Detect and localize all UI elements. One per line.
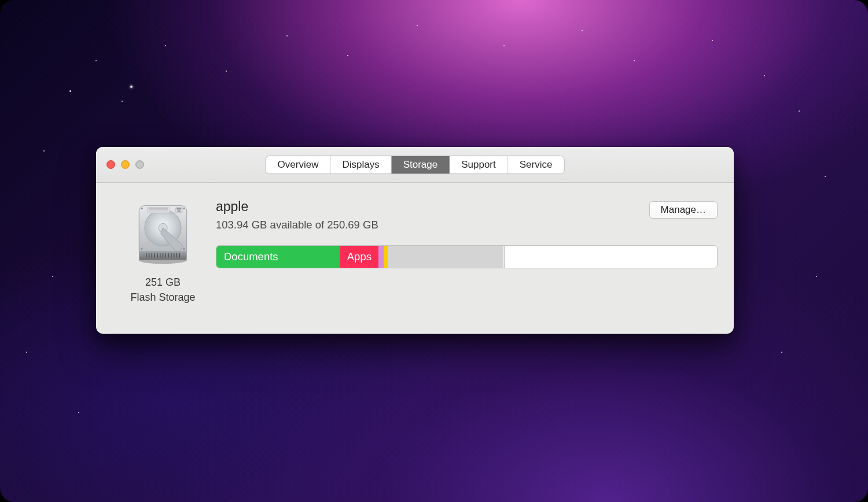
manage-storage-button[interactable]: Manage… bbox=[649, 201, 718, 219]
segment-system[interactable] bbox=[388, 246, 503, 268]
tab-service[interactable]: Service bbox=[508, 156, 564, 174]
segment-label: Apps bbox=[347, 250, 372, 263]
svg-point-26 bbox=[141, 248, 142, 250]
svg-rect-18 bbox=[148, 207, 170, 213]
window-zoom-button-disabled bbox=[135, 160, 144, 169]
segment-label: Documents bbox=[224, 250, 278, 263]
volume-info: apple 103.94 GB available of 250.69 GB M… bbox=[214, 199, 719, 320]
tab-support[interactable]: Support bbox=[450, 156, 508, 174]
window-minimize-button[interactable] bbox=[121, 160, 130, 169]
storage-content: 251 GB Flash Storage apple 103.94 GB ava… bbox=[96, 183, 734, 334]
segment-free bbox=[505, 246, 717, 268]
volume-name: apple bbox=[216, 199, 378, 215]
drive-type: Flash Storage bbox=[130, 291, 195, 303]
tab-overview[interactable]: Overview bbox=[266, 156, 331, 174]
storage-usage-bar[interactable]: Documents Apps bbox=[216, 245, 718, 268]
svg-point-25 bbox=[183, 208, 185, 209]
tab-displays[interactable]: Displays bbox=[330, 156, 391, 174]
segment-other-yellow[interactable] bbox=[384, 246, 388, 268]
internal-drive-icon bbox=[130, 200, 196, 267]
volume-availability: 103.94 GB available of 250.69 GB bbox=[216, 219, 378, 231]
desktop-wallpaper: Overview Displays Storage Support Servic… bbox=[0, 0, 868, 502]
window-tabs: Overview Displays Storage Support Servic… bbox=[266, 156, 565, 174]
drive-label: 251 GB Flash Storage bbox=[130, 275, 195, 305]
segment-documents[interactable]: Documents bbox=[216, 246, 340, 268]
window-close-button[interactable] bbox=[106, 160, 115, 169]
svg-point-24 bbox=[141, 208, 142, 209]
drive-column: 251 GB Flash Storage bbox=[112, 199, 214, 320]
svg-point-27 bbox=[183, 248, 185, 250]
segment-other-purple[interactable] bbox=[378, 246, 384, 268]
tab-storage[interactable]: Storage bbox=[392, 156, 450, 174]
traffic-lights bbox=[106, 160, 144, 169]
about-this-mac-window: Overview Displays Storage Support Servic… bbox=[96, 147, 734, 334]
window-titlebar[interactable]: Overview Displays Storage Support Servic… bbox=[96, 147, 734, 183]
segment-apps[interactable]: Apps bbox=[340, 246, 378, 268]
drive-capacity: 251 GB bbox=[145, 276, 181, 288]
